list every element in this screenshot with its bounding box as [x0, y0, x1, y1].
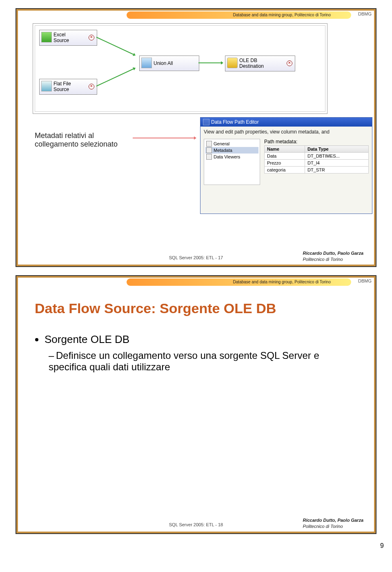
table-row[interactable]: categoriaDT_STR	[265, 167, 369, 174]
bullet-main: Sorgente OLE DB	[45, 333, 357, 346]
node-oledb-destination[interactable]: OLE DB Destination ✕	[225, 56, 295, 71]
editor-nav-tree[interactable]: General Metadata Data Viewers	[204, 139, 260, 185]
flow-arrow	[198, 62, 221, 63]
table-row[interactable]: DataDT_DBTIMES...	[265, 153, 369, 160]
flow-arrow	[96, 69, 134, 87]
annotation-arrow	[133, 138, 194, 138]
border-bottom	[16, 265, 376, 266]
border-left	[16, 9, 18, 266]
grid-panel: Path metadata: Name Data Type DataDT_DBT…	[264, 139, 369, 185]
window-titlebar[interactable]: Data Flow Path Editor	[200, 118, 372, 127]
border-top	[16, 9, 376, 11]
header-logo: DBMG	[358, 278, 372, 283]
error-badge-icon: ✕	[89, 84, 94, 89]
excel-icon	[41, 32, 52, 42]
tree-item-metadata[interactable]: Metadata	[205, 147, 258, 154]
node-label: OLE DB Destination	[239, 58, 264, 69]
border-right	[374, 276, 376, 533]
error-badge-icon: ✕	[287, 60, 292, 66]
flatfile-icon	[41, 81, 52, 91]
node-union-all[interactable]: Union All	[139, 56, 199, 71]
editor-body: General Metadata Data Viewers Path metad…	[200, 139, 372, 185]
page-number: 9	[0, 542, 392, 550]
slide-2: Database and data mining group, Politecn…	[16, 275, 376, 534]
data-flow-path-editor-window[interactable]: Data Flow Path Editor View and edit path…	[200, 117, 372, 214]
tree-item-data-viewers[interactable]: Data Viewers	[205, 154, 258, 160]
metadata-grid[interactable]: Name Data Type DataDT_DBTIMES... PrezzoD…	[264, 145, 369, 174]
node-label: Union All	[154, 60, 173, 66]
border-bottom	[16, 532, 376, 533]
node-label: Excel Source	[53, 32, 69, 44]
node-label: Flat File Source	[53, 81, 71, 93]
union-icon	[141, 58, 152, 68]
border-right	[374, 9, 376, 266]
flow-arrow	[96, 37, 134, 55]
annotation-text: Metadati relativi al collegamento selezi…	[35, 131, 118, 149]
node-excel-source[interactable]: Excel Source ✕	[39, 30, 97, 46]
window-title-label: Data Flow Path Editor	[211, 119, 259, 125]
slide-footer-credit: Riccardo Dutto, Paolo Garza Politecnico …	[303, 517, 363, 529]
database-icon	[227, 58, 238, 68]
col-header[interactable]: Data Type	[305, 146, 368, 153]
slide-body: Sorgente OLE DB –Definisce un collegamen…	[35, 333, 357, 373]
header-logo: DBMG	[358, 11, 372, 16]
slide-title: Data Flow Source: Sorgente OLE DB	[35, 300, 276, 316]
header-ribbon: Database and data mining group, Politecn…	[127, 11, 351, 19]
node-flatfile-source[interactable]: Flat File Source ✕	[39, 79, 97, 95]
header-ribbon: Database and data mining group, Politecn…	[127, 278, 351, 286]
window-description: View and edit path properties, view colu…	[200, 127, 372, 139]
table-row[interactable]: PrezzoDT_I4	[265, 160, 369, 167]
table-header-row: Name Data Type	[265, 146, 369, 153]
error-badge-icon: ✕	[89, 35, 94, 40]
slide-1: Database and data mining group, Politecn…	[16, 8, 376, 267]
border-left	[16, 276, 18, 533]
border-top	[16, 276, 376, 278]
tree-item-general[interactable]: General	[205, 140, 258, 147]
col-header[interactable]: Name	[265, 146, 305, 153]
bullet-sub: –Definisce un collegamento verso una sor…	[49, 350, 357, 373]
ssis-diagram-canvas: Excel Source ✕ Flat File Source ✕ Union …	[33, 23, 327, 114]
grid-caption: Path metadata:	[264, 139, 369, 145]
slide-footer-credit: Riccardo Dutto, Paolo Garza Politecnico …	[303, 250, 363, 262]
